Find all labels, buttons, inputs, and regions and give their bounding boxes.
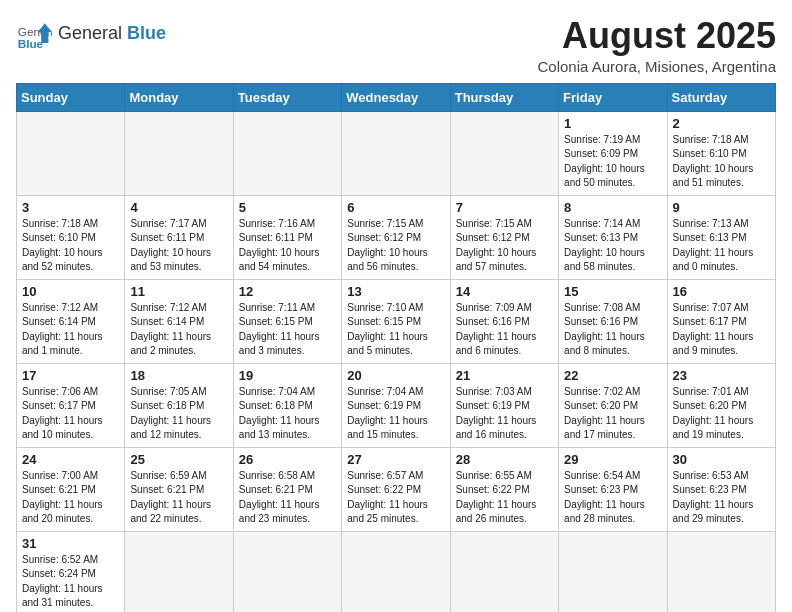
day-number: 21: [456, 368, 553, 383]
calendar-cell: 8Sunrise: 7:14 AM Sunset: 6:13 PM Daylig…: [559, 195, 667, 279]
day-number: 8: [564, 200, 661, 215]
day-info: Sunrise: 7:19 AM Sunset: 6:09 PM Dayligh…: [564, 133, 661, 191]
calendar-cell: 1Sunrise: 7:19 AM Sunset: 6:09 PM Daylig…: [559, 111, 667, 195]
day-info: Sunrise: 7:14 AM Sunset: 6:13 PM Dayligh…: [564, 217, 661, 275]
logo-general-text: General: [58, 23, 122, 43]
calendar-cell: 4Sunrise: 7:17 AM Sunset: 6:11 PM Daylig…: [125, 195, 233, 279]
day-number: 15: [564, 284, 661, 299]
day-info: Sunrise: 6:57 AM Sunset: 6:22 PM Dayligh…: [347, 469, 444, 527]
day-info: Sunrise: 7:15 AM Sunset: 6:12 PM Dayligh…: [347, 217, 444, 275]
day-info: Sunrise: 7:04 AM Sunset: 6:19 PM Dayligh…: [347, 385, 444, 443]
day-number: 1: [564, 116, 661, 131]
day-number: 20: [347, 368, 444, 383]
calendar-cell: [450, 531, 558, 612]
day-info: Sunrise: 7:00 AM Sunset: 6:21 PM Dayligh…: [22, 469, 119, 527]
day-number: 23: [673, 368, 770, 383]
day-number: 25: [130, 452, 227, 467]
month-title: August 2025: [538, 16, 776, 56]
calendar-cell: 3Sunrise: 7:18 AM Sunset: 6:10 PM Daylig…: [17, 195, 125, 279]
day-info: Sunrise: 7:18 AM Sunset: 6:10 PM Dayligh…: [673, 133, 770, 191]
dow-header-monday: Monday: [125, 83, 233, 111]
day-info: Sunrise: 7:01 AM Sunset: 6:20 PM Dayligh…: [673, 385, 770, 443]
calendar-cell: 9Sunrise: 7:13 AM Sunset: 6:13 PM Daylig…: [667, 195, 775, 279]
calendar-cell: 29Sunrise: 6:54 AM Sunset: 6:23 PM Dayli…: [559, 447, 667, 531]
calendar-cell: 25Sunrise: 6:59 AM Sunset: 6:21 PM Dayli…: [125, 447, 233, 531]
calendar-cell: 12Sunrise: 7:11 AM Sunset: 6:15 PM Dayli…: [233, 279, 341, 363]
calendar-cell: 26Sunrise: 6:58 AM Sunset: 6:21 PM Dayli…: [233, 447, 341, 531]
calendar-cell: 5Sunrise: 7:16 AM Sunset: 6:11 PM Daylig…: [233, 195, 341, 279]
day-info: Sunrise: 7:15 AM Sunset: 6:12 PM Dayligh…: [456, 217, 553, 275]
calendar-cell: [125, 111, 233, 195]
calendar-cell: 18Sunrise: 7:05 AM Sunset: 6:18 PM Dayli…: [125, 363, 233, 447]
title-section: August 2025 Colonia Aurora, Misiones, Ar…: [538, 16, 776, 75]
week-row-0: 1Sunrise: 7:19 AM Sunset: 6:09 PM Daylig…: [17, 111, 776, 195]
day-info: Sunrise: 7:02 AM Sunset: 6:20 PM Dayligh…: [564, 385, 661, 443]
calendar-cell: 11Sunrise: 7:12 AM Sunset: 6:14 PM Dayli…: [125, 279, 233, 363]
day-info: Sunrise: 7:13 AM Sunset: 6:13 PM Dayligh…: [673, 217, 770, 275]
calendar-cell: [342, 111, 450, 195]
dow-header-wednesday: Wednesday: [342, 83, 450, 111]
calendar-cell: 15Sunrise: 7:08 AM Sunset: 6:16 PM Dayli…: [559, 279, 667, 363]
calendar-cell: [667, 531, 775, 612]
day-info: Sunrise: 7:17 AM Sunset: 6:11 PM Dayligh…: [130, 217, 227, 275]
calendar-cell: 22Sunrise: 7:02 AM Sunset: 6:20 PM Dayli…: [559, 363, 667, 447]
calendar-cell: 7Sunrise: 7:15 AM Sunset: 6:12 PM Daylig…: [450, 195, 558, 279]
day-number: 31: [22, 536, 119, 551]
day-number: 17: [22, 368, 119, 383]
dow-header-tuesday: Tuesday: [233, 83, 341, 111]
calendar-body: 1Sunrise: 7:19 AM Sunset: 6:09 PM Daylig…: [17, 111, 776, 612]
calendar-cell: [125, 531, 233, 612]
day-info: Sunrise: 6:53 AM Sunset: 6:23 PM Dayligh…: [673, 469, 770, 527]
day-info: Sunrise: 7:11 AM Sunset: 6:15 PM Dayligh…: [239, 301, 336, 359]
week-row-1: 3Sunrise: 7:18 AM Sunset: 6:10 PM Daylig…: [17, 195, 776, 279]
day-info: Sunrise: 7:09 AM Sunset: 6:16 PM Dayligh…: [456, 301, 553, 359]
day-info: Sunrise: 6:52 AM Sunset: 6:24 PM Dayligh…: [22, 553, 119, 611]
calendar-cell: [342, 531, 450, 612]
day-number: 13: [347, 284, 444, 299]
calendar: SundayMondayTuesdayWednesdayThursdayFrid…: [16, 83, 776, 612]
day-number: 3: [22, 200, 119, 215]
day-info: Sunrise: 7:06 AM Sunset: 6:17 PM Dayligh…: [22, 385, 119, 443]
dow-header-sunday: Sunday: [17, 83, 125, 111]
day-info: Sunrise: 7:10 AM Sunset: 6:15 PM Dayligh…: [347, 301, 444, 359]
calendar-cell: 13Sunrise: 7:10 AM Sunset: 6:15 PM Dayli…: [342, 279, 450, 363]
day-info: Sunrise: 6:58 AM Sunset: 6:21 PM Dayligh…: [239, 469, 336, 527]
day-number: 22: [564, 368, 661, 383]
calendar-cell: [233, 531, 341, 612]
day-number: 10: [22, 284, 119, 299]
calendar-cell: 23Sunrise: 7:01 AM Sunset: 6:20 PM Dayli…: [667, 363, 775, 447]
day-info: Sunrise: 7:05 AM Sunset: 6:18 PM Dayligh…: [130, 385, 227, 443]
day-info: Sunrise: 6:55 AM Sunset: 6:22 PM Dayligh…: [456, 469, 553, 527]
calendar-cell: [233, 111, 341, 195]
day-info: Sunrise: 6:54 AM Sunset: 6:23 PM Dayligh…: [564, 469, 661, 527]
dow-header-friday: Friday: [559, 83, 667, 111]
day-number: 11: [130, 284, 227, 299]
calendar-cell: [559, 531, 667, 612]
calendar-cell: 30Sunrise: 6:53 AM Sunset: 6:23 PM Dayli…: [667, 447, 775, 531]
day-number: 5: [239, 200, 336, 215]
day-number: 26: [239, 452, 336, 467]
calendar-cell: [17, 111, 125, 195]
day-number: 19: [239, 368, 336, 383]
calendar-cell: 28Sunrise: 6:55 AM Sunset: 6:22 PM Dayli…: [450, 447, 558, 531]
calendar-cell: 17Sunrise: 7:06 AM Sunset: 6:17 PM Dayli…: [17, 363, 125, 447]
calendar-cell: 14Sunrise: 7:09 AM Sunset: 6:16 PM Dayli…: [450, 279, 558, 363]
calendar-cell: 21Sunrise: 7:03 AM Sunset: 6:19 PM Dayli…: [450, 363, 558, 447]
logo-blue-text: Blue: [127, 23, 166, 43]
day-info: Sunrise: 7:08 AM Sunset: 6:16 PM Dayligh…: [564, 301, 661, 359]
week-row-2: 10Sunrise: 7:12 AM Sunset: 6:14 PM Dayli…: [17, 279, 776, 363]
day-number: 4: [130, 200, 227, 215]
day-info: Sunrise: 7:12 AM Sunset: 6:14 PM Dayligh…: [22, 301, 119, 359]
day-number: 16: [673, 284, 770, 299]
day-info: Sunrise: 7:16 AM Sunset: 6:11 PM Dayligh…: [239, 217, 336, 275]
dow-header-thursday: Thursday: [450, 83, 558, 111]
day-info: Sunrise: 7:07 AM Sunset: 6:17 PM Dayligh…: [673, 301, 770, 359]
day-number: 6: [347, 200, 444, 215]
day-number: 30: [673, 452, 770, 467]
day-number: 28: [456, 452, 553, 467]
calendar-cell: 27Sunrise: 6:57 AM Sunset: 6:22 PM Dayli…: [342, 447, 450, 531]
day-number: 27: [347, 452, 444, 467]
location-title: Colonia Aurora, Misiones, Argentina: [538, 58, 776, 75]
day-info: Sunrise: 7:04 AM Sunset: 6:18 PM Dayligh…: [239, 385, 336, 443]
day-number: 18: [130, 368, 227, 383]
